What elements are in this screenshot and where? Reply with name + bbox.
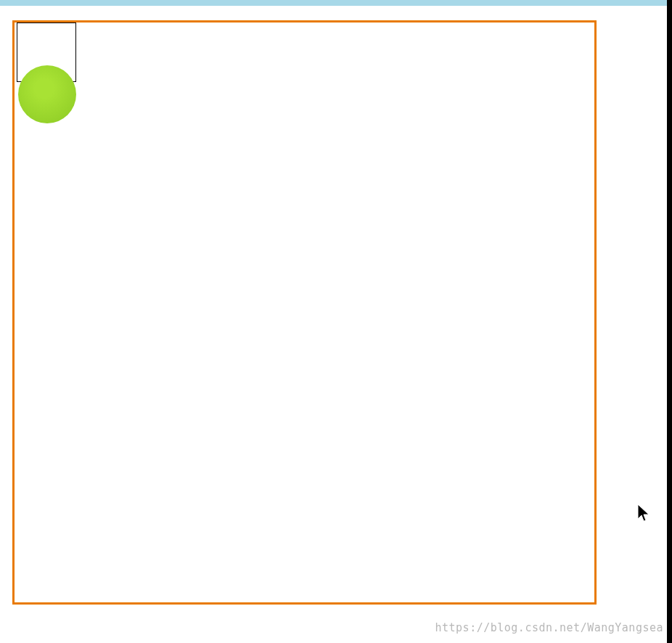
watermark-text: https://blog.csdn.net/WangYangsea — [435, 621, 663, 634]
window-right-edge — [667, 0, 672, 643]
cursor-icon — [636, 503, 651, 523]
canvas-container[interactable] — [12, 20, 597, 605]
ball-shape[interactable] — [18, 65, 76, 123]
window-title-bar — [0, 0, 667, 6]
